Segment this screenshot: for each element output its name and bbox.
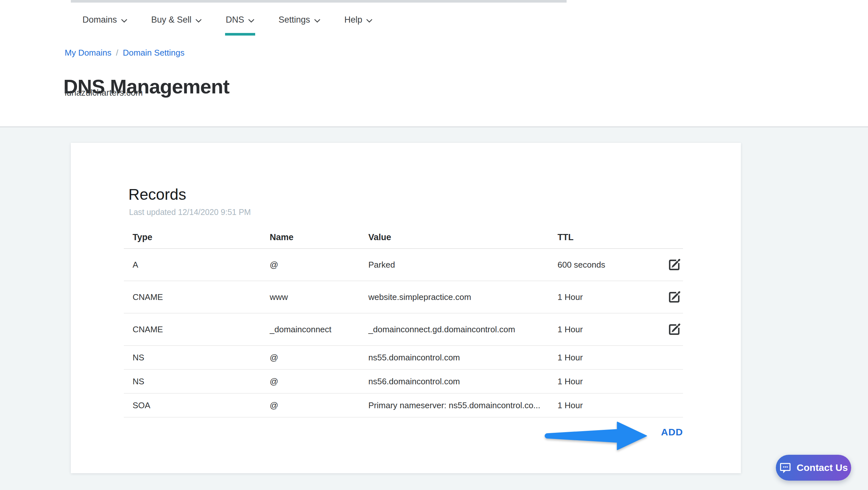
record-value: Parked <box>368 260 558 270</box>
domain-name: lunazulcharters.com <box>65 88 143 98</box>
table-row: CNAME _domainconnect _domainconnect.gd.d… <box>124 314 683 346</box>
record-ttl: 1 Hour <box>558 377 646 387</box>
column-header-value: Value <box>368 232 558 242</box>
table-header-row: Type Name Value TTL <box>124 226 683 249</box>
records-heading: Records <box>128 186 186 203</box>
record-ttl: 600 seconds <box>558 260 646 270</box>
chevron-down-icon <box>195 19 202 23</box>
chevron-down-icon <box>366 19 373 23</box>
record-ttl: 1 Hour <box>558 400 646 411</box>
breadcrumb-separator: / <box>116 48 118 58</box>
contact-us-button[interactable]: Contact Us <box>776 455 851 481</box>
breadcrumb: My Domains / Domain Settings <box>65 48 184 58</box>
records-card: Records Last updated 12/14/2020 9:51 PM … <box>71 143 741 473</box>
contact-us-label: Contact Us <box>797 462 848 473</box>
column-header-type: Type <box>124 232 270 242</box>
table-row: NS @ ns55.domaincontrol.com 1 Hour <box>124 346 683 370</box>
record-value: website.simplepractice.com <box>368 292 558 302</box>
record-name: _domainconnect <box>270 325 368 334</box>
record-ttl: 1 Hour <box>558 292 646 302</box>
add-row: ADD <box>124 427 683 438</box>
edit-record-icon[interactable] <box>667 290 682 304</box>
record-type: A <box>124 260 270 270</box>
chevron-down-icon <box>121 19 127 23</box>
record-ttl: 1 Hour <box>558 353 646 363</box>
table-row: SOA @ Primary nameserver: ns55.domaincon… <box>124 394 683 418</box>
table-body: A @ Parked 600 seconds <box>124 249 683 418</box>
record-ttl: 1 Hour <box>558 325 646 334</box>
record-name: @ <box>270 400 368 411</box>
table-row: NS @ ns56.domaincontrol.com 1 Hour <box>124 370 683 394</box>
add-record-button[interactable]: ADD <box>661 427 683 437</box>
record-type: SOA <box>124 400 270 411</box>
chevron-down-icon <box>314 19 320 23</box>
breadcrumb-link-my-domains[interactable]: My Domains <box>65 48 111 58</box>
edit-record-icon[interactable] <box>667 257 682 272</box>
record-name: @ <box>270 353 368 363</box>
last-updated-text: Last updated 12/14/2020 9:51 PM <box>129 207 251 217</box>
content-area: Records Last updated 12/14/2020 9:51 PM … <box>0 127 868 490</box>
record-type: CNAME <box>124 292 270 302</box>
nav-item-domains[interactable]: Domains <box>83 15 127 25</box>
nav-item-help[interactable]: Help <box>344 15 373 25</box>
chevron-down-icon <box>248 19 254 23</box>
record-type: NS <box>124 353 270 363</box>
dns-management-page: Domains Buy & Sell DNS Settings <box>0 0 868 490</box>
column-header-name: Name <box>270 232 368 242</box>
primary-nav: Domains Buy & Sell DNS Settings <box>83 15 373 25</box>
record-type: NS <box>124 377 270 387</box>
record-type: CNAME <box>124 325 270 334</box>
record-name: @ <box>270 377 368 387</box>
nav-item-settings[interactable]: Settings <box>278 15 320 25</box>
records-table: Type Name Value TTL A @ Parked 600 secon… <box>124 226 683 418</box>
column-header-ttl: TTL <box>558 232 646 242</box>
nav-item-buy-sell[interactable]: Buy & Sell <box>151 15 202 25</box>
nav-item-dns[interactable]: DNS <box>226 15 254 25</box>
chat-bubble-icon <box>779 461 792 474</box>
page-header: Domains Buy & Sell DNS Settings <box>0 0 868 127</box>
table-row: CNAME www website.simplepractice.com 1 H… <box>124 281 683 314</box>
top-divider <box>71 0 567 3</box>
record-value: ns56.domaincontrol.com <box>368 377 558 387</box>
record-value: Primary nameserver: ns55.domaincontrol.c… <box>368 400 558 411</box>
edit-record-icon[interactable] <box>667 322 682 337</box>
breadcrumb-link-domain-settings[interactable]: Domain Settings <box>123 48 185 58</box>
record-name: @ <box>270 260 368 270</box>
record-name: www <box>270 292 368 302</box>
record-value: _domainconnect.gd.domaincontrol.com <box>368 325 558 334</box>
table-row: A @ Parked 600 seconds <box>124 249 683 281</box>
record-value: ns55.domaincontrol.com <box>368 353 558 363</box>
